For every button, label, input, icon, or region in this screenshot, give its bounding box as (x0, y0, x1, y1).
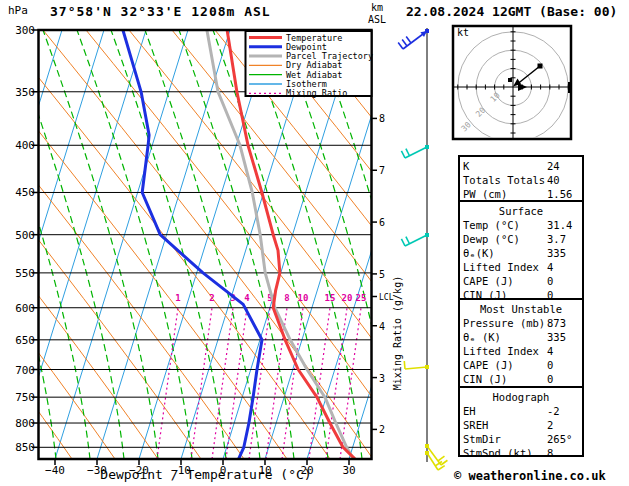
mixing-ratio-line (249, 308, 270, 459)
stat-label: Dewp (°C) (463, 233, 520, 245)
stat-row: θₑ(K)335 (463, 246, 579, 260)
pressure-tick-label: 400 (15, 139, 35, 152)
wind-barb-staff (427, 453, 438, 470)
stat-label: CAPE (J) (463, 275, 514, 287)
mixing-ratio-value-label: 15 (325, 293, 336, 303)
stat-value: 0 (547, 358, 553, 372)
pressure-tick-label: 700 (15, 364, 35, 377)
wet-adiabat-line (77, 30, 192, 459)
hodograph-edge-tick (568, 82, 571, 93)
stat-row: Pressure (mb)873 (463, 316, 579, 330)
mixing-ratio-line (266, 308, 287, 459)
surface-header: Surface (463, 204, 579, 218)
pressure-tick-label: 800 (15, 417, 35, 430)
stat-label: Totals Totals (463, 174, 545, 186)
stat-row: CIN (J)0 (463, 372, 579, 386)
stat-label: Lifted Index (463, 345, 539, 357)
dry-adiabat-line (0, 30, 287, 459)
stat-value: 4 (547, 260, 553, 274)
mixing-axis-label: Mixing Ratio (g/kg) (392, 276, 403, 390)
copyright-label: © weatheronline.co.uk (454, 469, 606, 483)
pressure-tick-label: 750 (15, 391, 35, 404)
wind-barb (425, 451, 445, 470)
stat-value: 1.56 (547, 187, 572, 201)
alt-ref-label: ASL (368, 14, 386, 25)
stats-general-section: K24Totals Totals40PW (cm)1.56 (458, 155, 584, 202)
mixing-ratio-line (309, 308, 330, 459)
wind-barb-feather (441, 460, 447, 465)
sounding-page: 12345810152025 3003504004505005506006507… (0, 0, 629, 486)
stat-row: CAPE (J)0 (463, 358, 579, 372)
stat-row: StmDir265° (463, 432, 579, 446)
alt-unit-label: km (371, 2, 383, 13)
km-tick-label: 5 (379, 269, 385, 280)
stat-row: Totals Totals40 (463, 173, 579, 187)
stat-value: 335 (547, 330, 566, 344)
page-title: 37°58'N 32°33'E 1208m ASL (50, 4, 271, 19)
stat-label: K (463, 160, 469, 172)
wind-barb-feather (404, 361, 405, 369)
mixing-ratio-value-label: 4 (244, 293, 250, 303)
mixing-ratio-value-label: 25 (356, 293, 367, 303)
temp-tick-label: −40 (45, 464, 65, 477)
mixing-ratio-value-label: 20 (342, 293, 353, 303)
pressure-tick-label: 850 (15, 441, 35, 454)
stat-label: StmSpd (kt) (463, 447, 533, 457)
hodograph-unit-label: kt (457, 27, 469, 38)
km-tick-label: 2 (379, 424, 385, 435)
stat-label: θₑ(K) (463, 247, 495, 259)
stat-value: 265° (547, 432, 572, 446)
pressure-unit-label: hPa (8, 4, 28, 17)
hodograph-header: Hodograph (463, 390, 579, 404)
wet-adiabat-line (0, 30, 90, 459)
stat-label: θₑ (K) (463, 331, 501, 343)
stats-hodograph-section: Hodograph EH-2SREH2StmDir265°StmSpd (kt)… (458, 386, 584, 457)
isotherm-line (97, 30, 230, 459)
mixing-ratio-value-label: 8 (284, 293, 289, 303)
stat-row: SREH2 (463, 418, 579, 432)
stat-row: θₑ (K)335 (463, 330, 579, 344)
stat-row: Lifted Index4 (463, 344, 579, 358)
wind-barb-feather (401, 239, 405, 246)
stat-value: 335 (547, 246, 566, 260)
stats-panel: K24Totals Totals40PW (cm)1.56 Surface Te… (458, 155, 584, 457)
stat-label: Pressure (mb) (463, 317, 545, 329)
stat-label: StmDir (463, 433, 501, 445)
hodograph-trace-marker (538, 64, 543, 69)
stat-value: 3.7 (547, 232, 566, 246)
mixing-ratio-line (157, 308, 178, 459)
stat-value: -2 (547, 404, 560, 418)
mixing-ratio-value-label: 1 (175, 293, 180, 303)
wind-barb-feather (438, 456, 444, 461)
stat-label: CIN (J) (463, 373, 507, 385)
wind-barb-feather (406, 237, 410, 244)
stat-label: CAPE (J) (463, 359, 514, 371)
wind-barb-feather (406, 37, 411, 43)
stat-label: PW (cm) (463, 188, 507, 200)
wind-barb-feather (398, 43, 403, 49)
stat-row: CAPE (J)0 (463, 274, 579, 288)
stat-row: Temp (°C)31.4 (463, 218, 579, 232)
stat-value: 8 (547, 446, 553, 457)
stat-label: Temp (°C) (463, 219, 520, 231)
pressure-tick-label: 300 (15, 24, 35, 37)
km-tick-label: 4 (379, 321, 385, 332)
stat-row: Lifted Index4 (463, 260, 579, 274)
km-tick-label: 3 (379, 373, 385, 384)
datetime-label: 22.08.2024 12GMT (Base: 00) (406, 4, 617, 19)
stat-row: StmSpd (kt)8 (463, 446, 579, 457)
stat-row: PW (cm)1.56 (463, 187, 579, 201)
lcl-label: LCL (379, 293, 394, 302)
wind-barb (404, 361, 429, 369)
wind-barb-column (398, 28, 447, 470)
wind-barb (398, 29, 429, 49)
stat-row: K24 (463, 159, 579, 173)
km-tick-label: 8 (379, 113, 385, 124)
legend-label: Mixing Ratio (286, 88, 347, 98)
pressure-tick-label: 350 (15, 86, 35, 99)
stat-value: 40 (547, 173, 560, 187)
pressure-tick-label: 650 (15, 334, 35, 347)
wind-barb-staff (405, 367, 427, 369)
stat-value: 2 (547, 418, 553, 432)
stat-label: Lifted Index (463, 261, 539, 273)
